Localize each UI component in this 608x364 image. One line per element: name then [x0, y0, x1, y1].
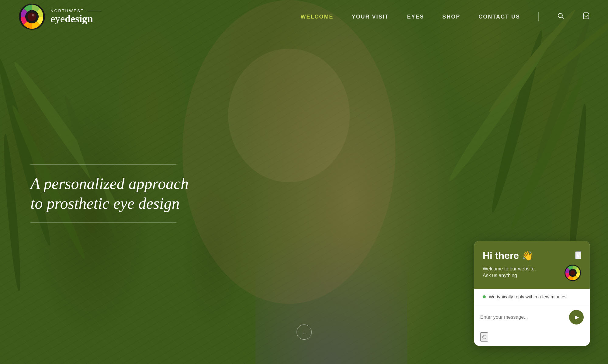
- chat-subtitle-line2: Ask us anything: [483, 272, 536, 279]
- hero-text-block: A personalized approach to prosthetic ey…: [30, 164, 189, 223]
- chat-footer: ☺: [474, 329, 590, 346]
- svg-point-17: [32, 14, 34, 16]
- svg-line-19: [562, 17, 564, 19]
- logo-area[interactable]: NORTHWEST eyedesign: [18, 3, 101, 30]
- emoji-button[interactable]: ☺: [480, 332, 488, 342]
- navbar: NORTHWEST eyedesign WELCOME YOUR VISIT E…: [0, 0, 608, 33]
- nav-link-shop[interactable]: SHOP: [442, 14, 460, 20]
- svg-point-2: [1, 134, 23, 292]
- status-dot: [483, 295, 486, 298]
- cart-icon[interactable]: [582, 12, 590, 21]
- nav-link-contact[interactable]: CONTACT US: [478, 14, 520, 20]
- logo-text: NORTHWEST eyedesign: [50, 9, 101, 25]
- chat-send-button[interactable]: ▶: [569, 310, 584, 325]
- chat-header: Hi there 👋 ∨ Welcome to our website. Ask…: [474, 241, 590, 289]
- chat-widget: Hi there 👋 ∨ Welcome to our website. Ask…: [474, 241, 590, 346]
- nav-divider: [538, 12, 539, 21]
- logo-circle-icon: [18, 3, 46, 30]
- logo-eyedesign: eyedesign: [50, 13, 101, 24]
- nav-link-welcome[interactable]: WELCOME: [301, 14, 333, 20]
- chat-title-row: Hi there 👋 ∨: [483, 250, 581, 261]
- svg-point-7: [567, 103, 589, 261]
- search-icon[interactable]: [557, 12, 564, 21]
- wave-emoji: 👋: [522, 250, 533, 261]
- nav-link-your-visit[interactable]: YOUR VISIT: [352, 14, 389, 20]
- scroll-arrow-icon: ↓: [303, 329, 305, 336]
- svg-point-13: [228, 49, 350, 182]
- chat-subtitle-line1: Welcome to our website.: [483, 266, 536, 272]
- chat-collapse-button[interactable]: ∨: [575, 251, 581, 259]
- svg-point-23: [570, 270, 575, 275]
- svg-point-16: [28, 12, 36, 21]
- send-icon: ▶: [575, 314, 579, 321]
- chat-subtitle-row: Welcome to our website. Ask us anything: [483, 266, 581, 281]
- hero-bottom-line: [30, 222, 176, 223]
- chat-input-area: ▶: [474, 305, 590, 329]
- hero-heading: A personalized approach to prosthetic ey…: [30, 174, 189, 213]
- nav-links: WELCOME YOUR VISIT EYES SHOP CONTACT US: [301, 12, 590, 21]
- logo-northwest: NORTHWEST: [50, 9, 101, 13]
- chat-status-row: We typically reply within a few minutes.: [474, 289, 590, 305]
- chat-logo-icon: [564, 264, 581, 281]
- svg-point-18: [558, 13, 562, 18]
- logo-line-decoration: [86, 11, 101, 11]
- chat-status-text: We typically reply within a few minutes.: [489, 294, 568, 299]
- scroll-indicator[interactable]: ↓: [297, 325, 312, 340]
- chat-title: Hi there 👋: [483, 250, 533, 261]
- chat-message-input[interactable]: [480, 314, 565, 320]
- nav-link-eyes[interactable]: EYES: [407, 14, 424, 20]
- hero-top-line: [30, 164, 176, 165]
- chat-subtitle-text: Welcome to our website. Ask us anything: [483, 266, 536, 279]
